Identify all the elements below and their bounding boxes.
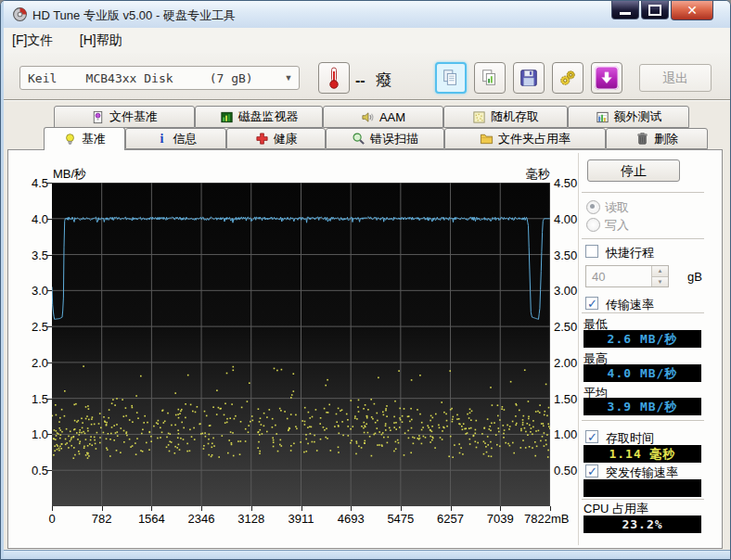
short-stroke-spinner[interactable]: 40 ▲ ▼	[585, 265, 669, 287]
options-button[interactable]	[552, 62, 584, 94]
access-time-checkbox[interactable]	[585, 430, 598, 443]
access-time-dot	[273, 446, 275, 448]
access-time-dot	[544, 445, 545, 447]
save-button[interactable]	[513, 62, 545, 94]
tab-benchmark[interactable]: 基准	[44, 127, 125, 150]
access-time-dot	[83, 446, 85, 448]
tab-disk-monitor[interactable]: 磁盘监视器	[195, 106, 323, 128]
tab-file-benchmark[interactable]: 文件基准	[54, 106, 195, 128]
temperature-button[interactable]	[318, 62, 350, 94]
access-time-dot	[399, 417, 401, 419]
access-time-dot	[58, 448, 60, 450]
access-time-dot	[507, 443, 509, 445]
access-time-dot	[486, 452, 488, 453]
access-time-dot	[459, 424, 461, 426]
access-time-dot	[203, 448, 205, 450]
menu-help[interactable]: [H]帮助	[69, 28, 134, 49]
maximize-button[interactable]	[641, 1, 669, 19]
access-time-dot	[228, 439, 230, 441]
copy-screenshot-button[interactable]	[474, 62, 506, 94]
access-time-dot	[377, 420, 378, 422]
access-time-dot	[320, 439, 322, 440]
access-time-dot	[281, 369, 283, 371]
access-time-dot	[113, 425, 115, 426]
access-time-dot	[141, 433, 143, 435]
access-time-dot	[363, 427, 365, 429]
tab-error-scan[interactable]: 错误扫描	[326, 128, 444, 149]
access-time-dot	[231, 403, 233, 405]
access-time-dot	[300, 441, 301, 443]
access-time-dot	[475, 441, 477, 443]
access-time-dot	[462, 453, 464, 455]
access-time-dot	[452, 419, 454, 421]
access-time-dot	[126, 431, 128, 433]
access-time-dot	[467, 432, 468, 434]
burst-rate-checkbox[interactable]	[585, 465, 598, 477]
access-time-dot	[398, 370, 400, 372]
access-time-dot	[132, 407, 134, 409]
y-left-tick-label: 4.0	[18, 212, 48, 226]
menu-file[interactable]: [F]文件	[1, 28, 64, 49]
access-time-dot	[483, 453, 485, 455]
access-time-dot	[58, 450, 60, 452]
access-time-dot	[340, 410, 341, 412]
access-time-dot	[284, 411, 286, 413]
access-time-dot	[96, 448, 97, 450]
access-time-dot	[272, 426, 274, 428]
access-time-dot	[88, 455, 90, 457]
tab-folder-usage[interactable]: 文件夹占用率	[444, 128, 606, 149]
access-time-dot	[354, 415, 356, 417]
access-time-dot	[492, 404, 494, 406]
access-time-dot	[490, 441, 492, 443]
access-time-dot	[305, 439, 307, 440]
access-time-dot	[528, 418, 530, 420]
close-button[interactable]: ✕	[671, 1, 713, 20]
tab-health[interactable]: 健康	[226, 128, 326, 149]
access-time-dot	[504, 409, 506, 411]
minimize-button[interactable]	[611, 1, 639, 19]
access-time-dot	[470, 427, 472, 429]
access-time-dot	[57, 449, 58, 451]
tab-erase[interactable]: 删除	[606, 128, 708, 149]
write-radio[interactable]	[586, 218, 600, 232]
access-time-dot	[167, 413, 169, 414]
tab-random-access[interactable]: 随机存取	[443, 106, 568, 128]
transfer-rate-checkbox[interactable]	[585, 297, 598, 310]
info-icon: i	[155, 132, 169, 146]
read-radio[interactable]	[586, 200, 600, 214]
random-access-icon	[472, 110, 486, 124]
tab-info[interactable]: i 信息	[125, 128, 226, 149]
access-time-dot	[58, 427, 60, 429]
access-time-dot	[169, 451, 171, 452]
x-tick-label: 4693	[327, 512, 375, 526]
short-stroke-checkbox[interactable]	[585, 245, 598, 258]
spinner-up-button[interactable]: ▲	[652, 266, 668, 277]
access-time-dot	[464, 428, 466, 430]
access-time-dot	[303, 452, 305, 453]
access-time-dot	[230, 431, 232, 433]
tab-extra-tests[interactable]: 额外测试	[568, 106, 689, 128]
tab-aam[interactable]: AAM	[323, 106, 443, 128]
access-time-dot	[181, 409, 183, 411]
update-button[interactable]	[591, 62, 622, 94]
access-time-dot	[204, 432, 206, 434]
access-time-dot	[150, 436, 152, 438]
access-time-dot	[459, 452, 461, 454]
copy-text-button[interactable]	[435, 62, 467, 94]
access-time-dot	[193, 427, 195, 429]
stop-button[interactable]: 停止	[587, 159, 680, 182]
y-left-tick-label: 4.5	[18, 176, 48, 190]
spinner-down-button[interactable]: ▼	[652, 277, 668, 287]
access-time-dot	[524, 427, 526, 429]
access-time-dot	[503, 437, 505, 439]
access-time-dot	[73, 404, 75, 406]
exit-button[interactable]: 退出	[639, 64, 712, 92]
access-time-dot	[194, 439, 196, 440]
access-time-dot	[330, 450, 332, 452]
access-time-dot	[325, 437, 327, 439]
device-select[interactable]: Keil MCB43xx Disk (7 gB) ▼	[19, 66, 300, 90]
access-time-dot	[195, 412, 197, 414]
access-time-dot	[272, 438, 274, 439]
access-time-dot	[200, 433, 202, 435]
access-time-dot	[430, 436, 431, 438]
